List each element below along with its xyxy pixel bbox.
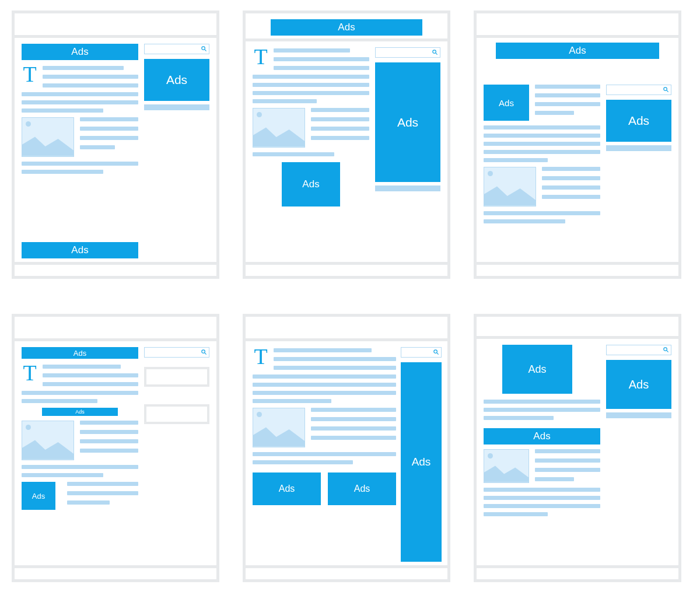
ads-inline-square[interactable]: Ads xyxy=(282,162,340,206)
ads-skyscraper[interactable]: Ads xyxy=(401,362,442,562)
ads-sidebar-rect[interactable]: Ads xyxy=(606,360,671,409)
svg-line-14 xyxy=(437,353,439,355)
main-column: Ads Ads xyxy=(484,345,600,562)
svg-marker-15 xyxy=(484,466,528,482)
search-icon xyxy=(201,347,207,358)
page-header: Ads xyxy=(246,13,447,41)
svg-marker-6 xyxy=(484,187,536,206)
svg-line-11 xyxy=(205,353,206,355)
svg-marker-12 xyxy=(253,428,304,447)
search-box[interactable] xyxy=(401,347,442,358)
image-thumbnail xyxy=(484,167,536,206)
page-header xyxy=(477,317,678,339)
svg-point-4 xyxy=(433,50,436,54)
ads-bottom-left[interactable]: Ads xyxy=(253,473,321,505)
sidebar-strip xyxy=(375,186,440,191)
page-footer xyxy=(15,565,216,579)
ads-micro-banner[interactable]: Ads xyxy=(42,408,118,416)
ads-inline-small[interactable]: Ads xyxy=(484,85,529,121)
header-ad-row: Ads xyxy=(477,38,678,59)
ad-text-row: Ads xyxy=(484,85,600,121)
ads-mid-banner[interactable]: Ads xyxy=(484,428,600,444)
dropcap-letter: T xyxy=(22,363,38,386)
page-body: Ads T Ads Ads xyxy=(15,341,216,565)
layout-panel-1: Ads T Ads xyxy=(12,10,219,279)
text-block xyxy=(22,92,138,113)
sidebar: Ads xyxy=(375,47,440,258)
search-icon xyxy=(432,47,438,58)
sidebar: Ads xyxy=(401,347,442,562)
page-footer xyxy=(477,565,678,579)
search-icon xyxy=(663,85,669,95)
sidebar-strip xyxy=(606,145,671,151)
ads-thin-banner[interactable]: Ads xyxy=(22,347,138,359)
image-thumbnail xyxy=(253,408,305,447)
image-text-row xyxy=(484,449,600,483)
text-lines xyxy=(43,65,138,88)
page-body: Ads Ads Ads xyxy=(477,339,678,565)
main-column: Ads T Ads Ads xyxy=(22,347,138,562)
ads-sidebar-tall[interactable]: Ads xyxy=(375,62,440,182)
ad-text-row: Ads xyxy=(484,345,600,394)
search-box[interactable] xyxy=(606,345,671,355)
article-intro: T xyxy=(253,47,369,70)
svg-marker-0 xyxy=(22,137,74,156)
page-header xyxy=(477,13,678,38)
ads-banner-bottom[interactable]: Ads xyxy=(22,242,138,258)
page-footer xyxy=(15,262,216,276)
svg-marker-9 xyxy=(22,440,74,460)
ads-header-banner[interactable]: Ads xyxy=(271,19,422,36)
text-block xyxy=(22,162,138,174)
ads-bottom-right[interactable]: Ads xyxy=(328,473,396,505)
sidebar: Ads xyxy=(606,345,671,562)
search-icon xyxy=(201,44,207,54)
search-icon xyxy=(663,345,669,355)
dropcap-letter: T xyxy=(253,347,269,369)
search-box[interactable] xyxy=(144,44,209,54)
ads-small-square[interactable]: Ads xyxy=(22,482,55,510)
ads-wide-banner[interactable]: Ads xyxy=(496,43,659,59)
search-box[interactable] xyxy=(606,85,671,95)
search-box[interactable] xyxy=(375,47,440,58)
svg-line-5 xyxy=(436,53,438,55)
main-column: Ads xyxy=(484,85,600,258)
ads-center-rect[interactable]: Ads xyxy=(502,345,572,394)
svg-point-13 xyxy=(434,350,438,354)
ads-pair-row: Ads Ads xyxy=(253,473,396,505)
page-body: T Ads Ads xyxy=(246,41,447,262)
image-thumbnail xyxy=(22,421,74,460)
sidebar-widget xyxy=(144,404,209,424)
image-text-row xyxy=(253,408,396,447)
dropcap-letter: T xyxy=(253,47,269,69)
image-text-row xyxy=(484,167,600,206)
layout-panel-5: T Ads Ads Ads xyxy=(243,314,450,582)
layout-panel-4: Ads T Ads Ads xyxy=(12,314,219,582)
image-thumbnail xyxy=(484,449,529,483)
sidebar xyxy=(144,347,209,562)
svg-line-8 xyxy=(667,90,668,92)
layout-panel-3: Ads Ads Ads xyxy=(474,10,681,279)
image-text-row xyxy=(22,117,138,157)
ads-banner-top[interactable]: Ads xyxy=(22,44,138,60)
page-footer xyxy=(246,262,447,276)
sidebar-strip xyxy=(606,412,671,418)
text-block xyxy=(253,75,369,103)
text-lines xyxy=(80,117,138,157)
svg-marker-3 xyxy=(253,128,304,147)
page-body: Ads Ads xyxy=(477,59,678,262)
page-footer xyxy=(246,565,447,579)
dropcap-letter: T xyxy=(22,65,38,87)
main-column: T Ads Ads xyxy=(253,347,396,562)
ads-sidebar-rect[interactable]: Ads xyxy=(144,59,209,101)
search-box[interactable] xyxy=(144,347,209,358)
main-column: Ads T Ads xyxy=(22,44,138,258)
ads-sidebar-rect[interactable]: Ads xyxy=(606,100,671,142)
image-thumbnail xyxy=(22,117,74,157)
layout-panel-2: Ads T Ads Ads xyxy=(243,10,450,279)
page-body: T Ads Ads Ads xyxy=(246,341,447,565)
layout-panel-6: Ads Ads Ads xyxy=(474,314,681,582)
image-thumbnail xyxy=(253,108,305,148)
image-text-row xyxy=(253,108,369,148)
page-footer xyxy=(477,262,678,276)
svg-line-2 xyxy=(205,50,206,51)
